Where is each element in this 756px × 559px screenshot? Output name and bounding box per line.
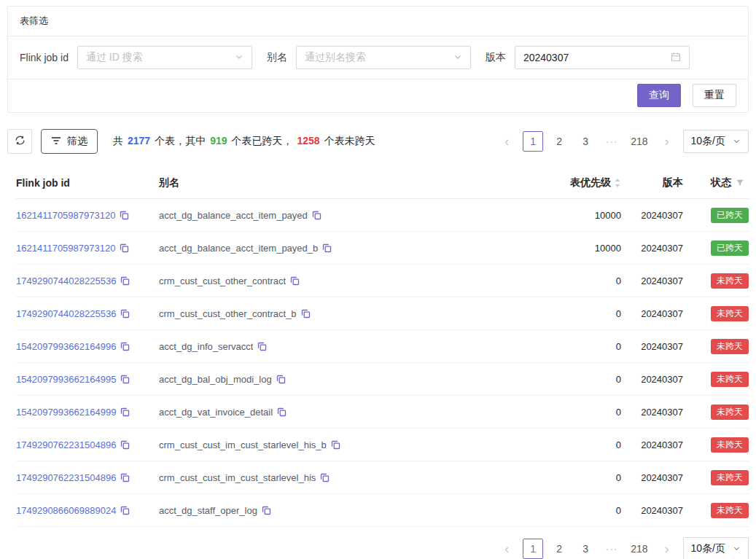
alias-link[interactable]: acct_dg_bal_obj_modi_log — [159, 374, 272, 385]
alias-link[interactable]: crm_cust_cust_other_contract — [159, 275, 286, 286]
pagination-ellipsis[interactable]: ··· — [601, 539, 622, 559]
copy-icon[interactable] — [262, 506, 271, 515]
version-date-input[interactable]: 20240307 — [515, 46, 690, 69]
cell-flink-job-id: 1749290744028225536 — [16, 275, 159, 286]
flink-job-id-link[interactable]: 1542097993662164995 — [16, 374, 116, 385]
cell-version: 20240307 — [621, 341, 683, 352]
copy-icon[interactable] — [120, 440, 130, 450]
column-status-label: 状态 — [711, 176, 731, 189]
pagination-prev-icon[interactable]: ‹ — [496, 131, 517, 152]
alias-link[interactable]: acct_dg_vat_invoice_detail — [159, 407, 273, 418]
page-size-select[interactable]: 10条/页 — [683, 537, 749, 559]
flink-job-id-link[interactable]: 1621411705987973120 — [16, 243, 115, 254]
copy-icon[interactable] — [120, 473, 130, 482]
reset-button[interactable]: 重置 — [693, 84, 736, 107]
refresh-button[interactable] — [7, 129, 32, 154]
pagination-page-2[interactable]: 2 — [549, 131, 569, 152]
pagination-page-last[interactable]: 218 — [628, 131, 650, 152]
pagination-page-3[interactable]: 3 — [575, 539, 596, 559]
flink-job-id-link[interactable]: 1542097993662164999 — [16, 407, 116, 418]
flink-job-id-link[interactable]: 1542097993662164996 — [16, 341, 116, 352]
alias-link[interactable]: acct_dg_balance_acct_item_payed_b — [159, 243, 318, 254]
flink-job-id-link[interactable]: 1749290866069889024 — [16, 505, 116, 516]
copy-icon[interactable] — [120, 309, 130, 318]
chevron-down-icon — [733, 543, 741, 555]
status-badge: 未跨天 — [711, 503, 749, 518]
flink-job-id-select[interactable]: 通过 ID 搜索 — [77, 46, 252, 69]
alias-link[interactable]: acct_dg_info_servacct — [159, 341, 253, 352]
filter-card-title: 表筛选 — [8, 7, 748, 36]
funnel-filter-icon[interactable] — [736, 179, 744, 187]
alias-link[interactable]: crm_cust_cust_other_contract_b — [159, 308, 297, 319]
filter-button[interactable]: 筛选 — [41, 129, 98, 154]
pagination-bottom: ‹ 1 2 3 ··· 218 › 10条/页 — [496, 537, 749, 559]
copy-icon[interactable] — [322, 243, 332, 253]
cell-alias: acct_dg_staff_oper_log — [159, 505, 494, 516]
flink-job-id-link[interactable]: 1749290762231504896 — [16, 439, 116, 450]
copy-icon[interactable] — [120, 276, 130, 286]
cell-version: 20240307 — [621, 275, 683, 286]
copy-icon[interactable] — [320, 473, 330, 482]
flink-job-id-link[interactable]: 1749290744028225536 — [16, 308, 116, 319]
filter-row: Flink job id 通过 ID 搜索 别名 通过别名搜索 — [8, 36, 748, 79]
field-flink-job-id: Flink job id 通过 ID 搜索 — [20, 46, 252, 69]
page: 表筛选 Flink job id 通过 ID 搜索 别名 通过别名搜索 — [0, 0, 756, 559]
cell-flink-job-id: 1621411705987973120 — [16, 243, 159, 254]
flink-job-id-link[interactable]: 1749290762231504896 — [16, 472, 116, 483]
results-table: Flink job id 别名 表优先级 版本 状态 — [7, 167, 749, 527]
column-priority-label: 表优先级 — [570, 176, 611, 189]
summary-seg3: 个表已跨天， — [232, 135, 293, 146]
status-badge: 未跨天 — [711, 372, 749, 387]
copy-icon[interactable] — [120, 243, 129, 253]
cell-priority: 10000 — [494, 243, 621, 254]
column-priority[interactable]: 表优先级 — [494, 176, 621, 189]
pagination-next-icon[interactable]: › — [657, 539, 677, 559]
copy-icon[interactable] — [277, 407, 287, 417]
cell-version: 20240307 — [621, 505, 683, 516]
flink-job-id-link[interactable]: 1749290744028225536 — [16, 275, 116, 286]
copy-icon[interactable] — [120, 211, 129, 220]
copy-icon[interactable] — [312, 211, 322, 220]
page-size-select[interactable]: 10条/页 — [683, 130, 749, 153]
flink-job-id-label: Flink job id — [20, 52, 69, 63]
alias-link[interactable]: acct_dg_staff_oper_log — [159, 505, 257, 516]
status-badge: 未跨天 — [711, 437, 749, 453]
copy-icon[interactable] — [120, 407, 130, 417]
cell-priority: 0 — [494, 275, 621, 286]
pagination-ellipsis[interactable]: ··· — [601, 131, 622, 152]
filter-lines-icon — [51, 136, 61, 147]
cell-alias: acct_dg_info_servacct — [159, 341, 494, 352]
cell-alias: acct_dg_bal_obj_modi_log — [159, 374, 494, 385]
alias-link[interactable]: acct_dg_balance_acct_item_payed — [159, 210, 308, 221]
alias-select[interactable]: 通过别名搜索 — [296, 46, 471, 69]
chevron-down-icon — [453, 52, 462, 63]
copy-icon[interactable] — [257, 342, 267, 351]
cell-alias: crm_cust_cust_im_cust_starlevel_his — [159, 472, 494, 483]
copy-icon[interactable] — [301, 309, 311, 318]
copy-icon[interactable] — [290, 276, 300, 286]
alias-placeholder: 通过别名搜索 — [305, 51, 366, 64]
pagination-page-last[interactable]: 218 — [628, 539, 650, 559]
chevron-down-icon — [733, 136, 741, 147]
pagination-page-2[interactable]: 2 — [549, 539, 569, 559]
sort-icon[interactable] — [614, 178, 621, 188]
copy-icon[interactable] — [120, 375, 130, 384]
cell-alias: acct_dg_vat_invoice_detail — [159, 407, 494, 418]
table-header: Flink job id 别名 表优先级 版本 状态 — [16, 167, 749, 199]
pagination-page-1[interactable]: 1 — [523, 131, 543, 152]
copy-icon[interactable] — [331, 440, 340, 450]
alias-link[interactable]: crm_cust_cust_im_cust_starlevel_his — [159, 472, 316, 483]
status-badge: 未跨天 — [711, 306, 749, 321]
cell-status: 已跨天 — [683, 241, 749, 256]
copy-icon[interactable] — [120, 506, 130, 515]
pagination-page-1[interactable]: 1 — [523, 539, 543, 559]
pagination-page-3[interactable]: 3 — [575, 131, 596, 152]
column-status: 状态 — [683, 176, 749, 189]
alias-link[interactable]: crm_cust_cust_im_cust_starlevel_his_b — [159, 439, 327, 450]
pagination-prev-icon[interactable]: ‹ — [496, 539, 517, 559]
pagination-next-icon[interactable]: › — [657, 131, 677, 152]
copy-icon[interactable] — [120, 342, 130, 351]
flink-job-id-link[interactable]: 1621411705987973120 — [16, 210, 115, 221]
copy-icon[interactable] — [276, 375, 286, 384]
query-button[interactable]: 查询 — [637, 84, 681, 107]
